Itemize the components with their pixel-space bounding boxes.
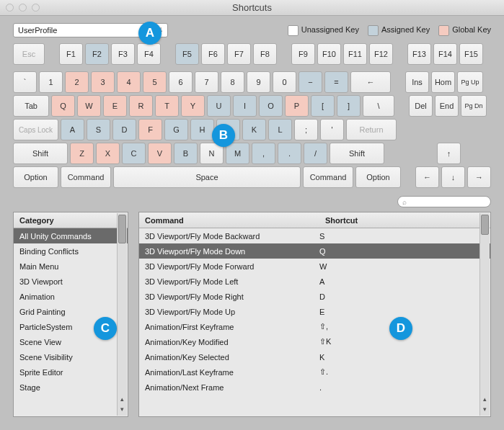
key-rcommand[interactable]: Command xyxy=(303,166,353,188)
category-item[interactable]: Binding Conflicts xyxy=(14,243,128,259)
scroll-up-icon[interactable]: ▴ xyxy=(118,395,127,406)
category-item[interactable]: Scene Visibility xyxy=(14,349,128,364)
key-home[interactable]: Hom xyxy=(431,71,455,93)
key-del[interactable]: Del xyxy=(409,95,433,117)
key-o[interactable]: O xyxy=(259,95,283,117)
key-esc[interactable]: Esc xyxy=(13,43,45,65)
category-item[interactable]: Animation xyxy=(14,289,128,304)
key-m[interactable]: M xyxy=(226,143,249,164)
scrollbar-thumb[interactable] xyxy=(118,215,126,243)
command-row[interactable]: 3D Viewport/Fly Mode DownQ xyxy=(139,243,490,259)
key-semicolon[interactable]: ; xyxy=(294,119,318,140)
key-b[interactable]: B xyxy=(174,143,198,164)
key-up[interactable]: ↑ xyxy=(437,143,461,164)
key-0[interactable]: 0 xyxy=(273,71,296,93)
command-row[interactable]: 3D Viewport/Fly Mode UpE xyxy=(139,304,490,319)
key-k[interactable]: K xyxy=(242,119,266,140)
key-lcommand[interactable]: Command xyxy=(61,166,111,188)
key-g[interactable]: G xyxy=(164,119,188,140)
key-f8[interactable]: F8 xyxy=(253,43,277,65)
category-item[interactable]: Stage xyxy=(14,380,128,395)
command-row[interactable]: 3D Viewport/Fly Mode LeftA xyxy=(139,274,490,289)
close-icon[interactable] xyxy=(6,4,14,12)
key-r[interactable]: R xyxy=(129,95,153,117)
key-2[interactable]: 2 xyxy=(65,71,89,93)
key-p[interactable]: P xyxy=(285,95,309,117)
key-f4[interactable]: F4 xyxy=(137,43,161,65)
key-rbracket[interactable]: ] xyxy=(337,95,361,117)
key-a[interactable]: A xyxy=(61,119,84,140)
key-f7[interactable]: F7 xyxy=(227,43,251,65)
key-f15[interactable]: F15 xyxy=(459,43,483,65)
key-s[interactable]: S xyxy=(87,119,110,140)
key-f13[interactable]: F13 xyxy=(407,43,431,65)
key-e[interactable]: E xyxy=(103,95,127,117)
command-row[interactable]: Animation/Next Frame. xyxy=(139,380,490,395)
command-row[interactable]: 3D Viewport/Fly Mode ForwardW xyxy=(139,259,490,274)
key-roption[interactable]: Option xyxy=(355,166,401,188)
key-backspace[interactable]: ← xyxy=(350,71,391,93)
category-scrollbar[interactable]: ▴ ▾ xyxy=(117,213,127,416)
key-f5[interactable]: F5 xyxy=(175,43,199,65)
scroll-down-icon[interactable]: ▾ xyxy=(118,406,127,416)
key-lshift[interactable]: Shift xyxy=(13,143,68,164)
key-c[interactable]: C xyxy=(122,143,146,164)
key-minus[interactable]: − xyxy=(299,71,322,93)
scroll-down-icon[interactable]: ▾ xyxy=(480,406,490,416)
command-row[interactable]: Animation/First Keyframe⇧, xyxy=(139,319,490,334)
command-row[interactable]: 3D Viewport/Fly Mode RightD xyxy=(139,289,490,304)
key-slash[interactable]: / xyxy=(304,143,327,164)
command-row[interactable]: Animation/Last Keyframe⇧. xyxy=(139,364,490,380)
key-9[interactable]: 9 xyxy=(247,71,270,93)
search-input[interactable]: ⌕ xyxy=(397,196,491,207)
key-i[interactable]: I xyxy=(233,95,257,117)
key-u[interactable]: U xyxy=(207,95,231,117)
key-h[interactable]: H xyxy=(190,119,214,140)
key-f3[interactable]: F3 xyxy=(111,43,135,65)
key-end[interactable]: End xyxy=(435,95,459,117)
key-tab[interactable]: Tab xyxy=(13,95,49,117)
zoom-icon[interactable] xyxy=(32,4,40,12)
command-row[interactable]: Animation/Key Modified⇧K xyxy=(139,334,490,349)
key-capslock[interactable]: Caps Lock xyxy=(13,119,58,140)
key-ins[interactable]: Ins xyxy=(405,71,429,93)
minimize-icon[interactable] xyxy=(19,4,27,12)
key-f10[interactable]: F10 xyxy=(317,43,341,65)
category-item[interactable]: Main Menu xyxy=(14,259,128,274)
key-x[interactable]: X xyxy=(96,143,120,164)
key-f14[interactable]: F14 xyxy=(433,43,457,65)
scroll-up-icon[interactable]: ▴ xyxy=(480,395,490,406)
key-rshift[interactable]: Shift xyxy=(330,143,384,164)
key-pgdn[interactable]: Pg Dn xyxy=(461,95,487,117)
category-item[interactable]: Grid Painting xyxy=(14,304,128,319)
key-return[interactable]: Return xyxy=(346,119,397,140)
key-1[interactable]: 1 xyxy=(39,71,63,93)
key-loption[interactable]: Option xyxy=(13,166,58,188)
key-backslash[interactable]: \ xyxy=(363,95,394,117)
key-y[interactable]: Y xyxy=(181,95,205,117)
key-d[interactable]: D xyxy=(112,119,136,140)
key-period[interactable]: . xyxy=(278,143,301,164)
key-t[interactable]: T xyxy=(155,95,179,117)
key-down[interactable]: ↓ xyxy=(441,166,465,188)
key-f6[interactable]: F6 xyxy=(201,43,225,65)
key-f1[interactable]: F1 xyxy=(59,43,83,65)
key-backtick[interactable]: ` xyxy=(13,71,37,93)
key-q[interactable]: Q xyxy=(51,95,75,117)
category-item[interactable]: 3D Viewport xyxy=(14,274,128,289)
command-row[interactable]: Animation/Key SelectedK xyxy=(139,349,490,364)
key-f11[interactable]: F11 xyxy=(343,43,367,65)
key-8[interactable]: 8 xyxy=(221,71,244,93)
key-equals[interactable]: = xyxy=(324,71,348,93)
key-f9[interactable]: F9 xyxy=(291,43,315,65)
key-7[interactable]: 7 xyxy=(195,71,218,93)
key-comma[interactable]: , xyxy=(252,143,275,164)
key-f12[interactable]: F12 xyxy=(369,43,393,65)
key-quote[interactable]: ' xyxy=(320,119,344,140)
key-5[interactable]: 5 xyxy=(143,71,167,93)
key-left[interactable]: ← xyxy=(415,166,439,188)
key-3[interactable]: 3 xyxy=(91,71,115,93)
command-row[interactable]: 3D Viewport/Fly Mode BackwardS xyxy=(139,228,490,243)
key-z[interactable]: Z xyxy=(70,143,94,164)
command-scrollbar[interactable]: ▴ ▾ xyxy=(479,213,490,416)
